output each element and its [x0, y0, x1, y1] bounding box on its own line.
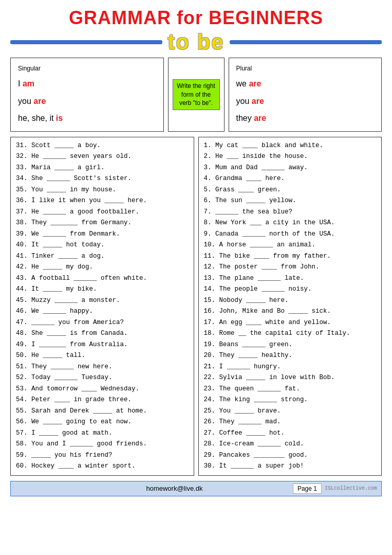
- left-exercise-item: 49. I _______ from Australia.: [16, 339, 189, 351]
- left-exercise-item: 52. Today ______ Tuesday.: [16, 372, 189, 384]
- right-exercise-item: 12. The poster ____ from John.: [204, 262, 377, 273]
- right-exercise-item: 9. Canada ______ north of the USA.: [204, 229, 377, 240]
- right-exercise-item: 6. The sun _____ yellow.: [204, 195, 377, 207]
- left-exercise-item: 39. We ______ from Denmark.: [16, 229, 189, 240]
- plural-label: Plural: [236, 62, 375, 75]
- title-line1: GRAMMAR for BEGINNERS: [10, 7, 382, 29]
- right-exercise-item: 3. Mum and Dad ______ away.: [204, 163, 377, 174]
- left-exercise-item: 33. Maria _____ a girl.: [16, 163, 189, 174]
- plural-item-1: we are: [236, 75, 375, 93]
- singular-box: Singular I am you are he, she, it is: [10, 58, 164, 132]
- exercises-row: 31. Scott _____ a boy.32. He ______ seve…: [10, 137, 382, 476]
- left-exercise-item: 43. A football ______ often white.: [16, 273, 189, 284]
- title-line2: to be: [167, 30, 224, 55]
- left-exercise-item: 31. Scott _____ a boy.: [16, 140, 189, 152]
- left-exercise-item: 51. They ______ new here.: [16, 362, 189, 373]
- left-exercise-item: 57. I _____ good at math.: [16, 428, 189, 439]
- note-box: Write the right form of the verb "to be"…: [168, 58, 225, 132]
- left-exercise-item: 41. Tinker _____ a dog.: [16, 251, 189, 262]
- verb-are-you-pl: are: [252, 97, 264, 105]
- left-exercise-item: 60. Hockey ____ a winter sport.: [16, 461, 189, 472]
- left-exercise-item: 50. He _____ tall.: [16, 350, 189, 362]
- conjugation-row: Singular I am you are he, she, it is Wri…: [10, 58, 382, 132]
- right-exercise-item: 25. You _____ brave.: [204, 406, 377, 417]
- verb-is: is: [56, 114, 63, 122]
- right-exercise-item: 19. Beans ______ green.: [204, 339, 377, 351]
- page: GRAMMAR for BEGINNERS to be Singular I a…: [0, 0, 392, 555]
- singular-item-1: I am: [18, 75, 156, 93]
- left-exercise-item: 37. He ______ a good footballer.: [16, 207, 189, 218]
- left-exercise-col: 31. Scott _____ a boy.32. He ______ seve…: [10, 137, 194, 476]
- left-exercise-item: 54. Peter ____ in grade three.: [16, 395, 189, 406]
- right-exercise-item: 8. New York ___ a city in the USA.: [204, 218, 377, 229]
- singular-label: Singular: [18, 62, 156, 75]
- left-exercise-item: 42. He _____ my dog.: [16, 262, 189, 273]
- left-exercise-item: 59. _____ you his friend?: [16, 450, 189, 461]
- left-exercise-item: 40. It _____ hot today.: [16, 240, 189, 251]
- right-exercise-item: 18. Rome __ the capital city of Italy.: [204, 328, 377, 339]
- right-exercise-item: 15. Nobody _____ here.: [204, 295, 377, 307]
- plural-item-3: they are: [236, 110, 375, 127]
- right-exercise-item: 30. It ______ a super job!: [204, 461, 377, 472]
- right-exercise-item: 16. John, Mike and Bo _____ sick.: [204, 306, 377, 317]
- right-exercise-item: 2. He ___ inside the house.: [204, 151, 377, 163]
- right-exercise-item: 1. My cat ____ black and white.: [204, 140, 377, 152]
- verb-are-we: are: [249, 79, 261, 88]
- plural-item-2: you are: [236, 93, 375, 110]
- right-exercise-item: 10. A horse ______ an animal.: [204, 240, 377, 251]
- right-exercise-item: 17. An egg ____ white and yellow.: [204, 317, 377, 329]
- title-line2-wrap: to be: [10, 30, 382, 55]
- left-exercise-item: 32. He ______ seven years old.: [16, 151, 189, 163]
- footer-email: homework@live.dk: [56, 485, 293, 492]
- footer: homework@live.dk Page 1 ISLcollective.co…: [10, 481, 382, 496]
- blue-bar-left: [10, 40, 162, 44]
- left-exercise-item: 45. Muzzy ______ a monster.: [16, 295, 189, 307]
- right-exercise-item: 22. Sylvia _____ in love with Bob.: [204, 372, 377, 384]
- verb-are-they: are: [254, 114, 266, 122]
- verb-are-you: are: [33, 97, 46, 105]
- right-exercise-item: 24. The king ______ strong.: [204, 395, 377, 406]
- note-box-inner: Write the right form of the verb "to be"…: [173, 79, 220, 110]
- verb-am: am: [23, 79, 34, 88]
- right-exercise-item: 11. The bike ____ from my father.: [204, 251, 377, 262]
- left-exercise-item: 34. She ______ Scott's sister.: [16, 173, 189, 185]
- right-exercise-item: 21. I ______ hungry.: [204, 362, 377, 373]
- left-exercise-item: 46. We ______ happy.: [16, 306, 189, 317]
- right-exercise-item: 5. Grass ____ green.: [204, 185, 377, 196]
- left-exercise-item: 48. She _____ is from Canada.: [16, 328, 189, 339]
- singular-item-3: he, she, it is: [18, 110, 156, 127]
- right-exercise-item: 29. Pancakes ________ good.: [204, 450, 377, 461]
- right-exercise-item: 27. Coffee _____ hot.: [204, 428, 377, 439]
- blue-bar-right: [230, 40, 382, 44]
- plural-box: Plural we are you are they are: [229, 58, 382, 132]
- left-exercise-item: 36. I like it when you _____ here.: [16, 195, 189, 207]
- singular-item-2: you are: [18, 93, 156, 110]
- right-exercise-col: 1. My cat ____ black and white.2. He ___…: [198, 137, 382, 476]
- footer-page: Page 1: [293, 484, 322, 494]
- right-exercise-item: 14. The people ______ noisy.: [204, 284, 377, 295]
- right-exercise-item: 7. ______ the sea blue?: [204, 207, 377, 218]
- right-exercise-item: 20. They _____ healthy.: [204, 350, 377, 362]
- left-exercise-item: 38. They _______ from Germany.: [16, 218, 189, 229]
- left-exercise-item: 53. And tomorrow ____ Wednesday.: [16, 384, 189, 395]
- left-exercise-item: 47. ______ you from America?: [16, 317, 189, 329]
- left-exercise-item: 35. You _____ in my house.: [16, 185, 189, 196]
- left-exercise-item: 58. You and I ______ good friends.: [16, 439, 189, 450]
- right-exercise-item: 26. They ______ mad.: [204, 417, 377, 428]
- right-exercise-item: 13. The plane ______ late.: [204, 273, 377, 284]
- isl-logo: ISLcollective.com: [325, 486, 377, 491]
- right-exercise-item: 28. Ice-cream ______ cold.: [204, 439, 377, 450]
- left-exercise-item: 55. Sarah and Derek _____ at home.: [16, 406, 189, 417]
- left-exercise-item: 44. It _____ my bike.: [16, 284, 189, 295]
- left-exercise-item: 56. We _____ going to eat now.: [16, 417, 189, 428]
- right-exercise-item: 4. Grandma ____ here.: [204, 173, 377, 185]
- right-exercise-item: 23. The queen ______ fat.: [204, 384, 377, 395]
